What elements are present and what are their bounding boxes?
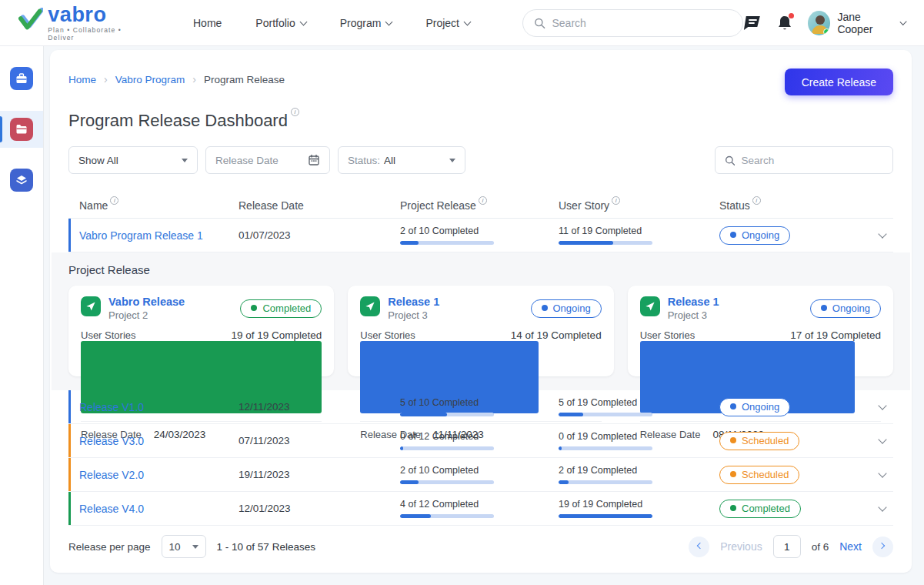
table-footer: Release per page 10 1 - 10 of 57 Release… (68, 526, 893, 567)
status-badge: Completed (240, 299, 322, 318)
release-date-value: 12/11/2023 (239, 401, 400, 413)
main-content: Home › Vabro Program › Program Release C… (45, 46, 924, 585)
release-date-picker[interactable]: Release Date (205, 146, 330, 174)
table-row[interactable]: Vabro Program Release 1 01/07/2023 2 of … (68, 219, 893, 252)
per-page-select[interactable]: 10 (162, 535, 206, 558)
table-row[interactable]: Release V2.0 19/11/2023 2 of 10 Complete… (68, 458, 893, 492)
sidebar-item-program[interactable] (0, 111, 43, 148)
breadcrumb-home[interactable]: Home (68, 74, 96, 85)
progress-bar (559, 241, 652, 245)
user-menu[interactable]: Jane Cooper (808, 11, 906, 35)
status-badge: Scheduled (719, 432, 799, 450)
progress-bar (559, 446, 652, 450)
layers-icon (10, 169, 33, 192)
table-row[interactable]: Release V3.0 07/11/2023 0 of 12 Complete… (68, 424, 893, 458)
release-name-link[interactable]: Release V1.0 (68, 401, 144, 413)
info-icon (752, 196, 761, 205)
info-icon (110, 196, 118, 205)
next-label[interactable]: Next (839, 540, 862, 553)
results-range: 1 - 10 of 57 Releases (217, 541, 315, 553)
user-stories-value: 19 of 19 Completed (231, 329, 322, 341)
progress-bar (400, 413, 494, 416)
chevron-down-icon[interactable] (878, 435, 886, 443)
chevron-down-icon[interactable] (878, 503, 886, 511)
user-story-progress: 0 of 19 Completed (559, 431, 719, 450)
project-release-progress: 4 of 12 Completed (400, 499, 559, 518)
vabro-logo[interactable]: vabro Plan • Collaborate • Deliver (18, 5, 145, 42)
release-name-link[interactable]: Release V4.0 (68, 503, 144, 515)
previous-label[interactable]: Previous (720, 540, 762, 553)
page-title: Program Release Dashboard (68, 111, 893, 131)
release-date-value: 07/11/2023 (239, 435, 400, 446)
user-stories-label: User Stories (360, 329, 415, 341)
status-badge: Ongoing (810, 299, 881, 318)
table-search-input[interactable] (741, 155, 883, 166)
column-user-story: User Story (559, 199, 719, 212)
sidebar (0, 46, 44, 585)
page-number-input[interactable] (773, 535, 801, 558)
send-icon (640, 296, 660, 316)
project-release-progress: 2 of 10 Completed (400, 226, 559, 245)
status-filter-dropdown[interactable]: Status:All (338, 146, 465, 174)
show-all-dropdown[interactable]: Show All (68, 146, 198, 174)
nav-home[interactable]: Home (193, 17, 222, 29)
search-icon (725, 155, 735, 166)
breadcrumb-separator: › (104, 73, 108, 85)
global-search-input[interactable] (552, 17, 732, 29)
progress-bar (400, 241, 494, 245)
project-release-card[interactable]: Release 1 Project 3 Ongoing User Stories… (628, 286, 893, 376)
nav-project[interactable]: Project (425, 17, 470, 29)
progress-bar (400, 514, 494, 518)
project-release-card[interactable]: Release 1 Project 3 Ongoing User Stories… (348, 286, 613, 376)
next-page-button[interactable] (872, 537, 893, 557)
release-name-link[interactable]: Release V2.0 (68, 469, 144, 481)
notification-dot (789, 13, 794, 18)
caret-down-icon (449, 159, 455, 162)
section-title: Project Release (68, 263, 893, 276)
pagination: Previous of 6 Next (689, 535, 893, 558)
card-release-link[interactable]: Release 1 (668, 296, 719, 308)
chevron-down-icon[interactable] (878, 469, 886, 477)
previous-page-button[interactable] (689, 537, 709, 557)
global-search[interactable] (522, 9, 743, 37)
project-release-card[interactable]: Vabro Release Project 2 Completed User S… (68, 286, 334, 376)
card-project-name: Project 3 (388, 309, 439, 321)
release-name-link[interactable]: Vabro Program Release 1 (68, 229, 203, 242)
progress-bar (559, 413, 652, 416)
card-release-link[interactable]: Release 1 (388, 296, 439, 308)
info-icon (479, 196, 487, 205)
chevron-down-icon[interactable] (878, 229, 886, 238)
page-count-label: of 6 (812, 541, 829, 553)
breadcrumb-program[interactable]: Vabro Program (115, 74, 185, 85)
card-release-link[interactable]: Vabro Release (108, 296, 185, 308)
table-header: Name Release Date Project Release User S… (68, 192, 893, 219)
table-row[interactable]: Release V4.0 12/01/2023 4 of 12 Complete… (68, 492, 893, 526)
table-row[interactable]: Release V1.0 12/11/2023 5 of 10 Complete… (68, 390, 893, 424)
notifications-icon[interactable] (777, 15, 792, 32)
sidebar-item-project[interactable] (0, 162, 43, 199)
main-navigation: Home Portfolio Program Project (193, 17, 470, 29)
sidebar-item-portfolio[interactable] (0, 60, 43, 97)
brand-tagline: Plan • Collaborate • Deliver (48, 26, 145, 42)
table-search[interactable] (715, 146, 893, 174)
progress-bar (559, 514, 652, 518)
user-stories-label: User Stories (640, 329, 696, 341)
user-avatar (808, 11, 830, 35)
release-date-value: 12/01/2023 (239, 503, 400, 514)
chevron-down-icon[interactable] (878, 401, 886, 410)
progress-bar (400, 480, 494, 484)
nav-portfolio[interactable]: Portfolio (255, 17, 305, 29)
user-story-progress: 2 of 19 Completed (559, 465, 719, 484)
user-stories-value: 14 of 19 Completed (511, 329, 602, 341)
user-stories-value: 17 of 19 Completed (790, 329, 881, 341)
caret-down-icon (182, 159, 188, 162)
project-release-progress: 0 of 12 Completed (400, 431, 559, 450)
info-icon (612, 196, 620, 205)
user-stories-label: User Stories (81, 329, 136, 341)
chevron-right-icon (879, 542, 885, 548)
release-name-link[interactable]: Release V3.0 (68, 435, 144, 447)
chevron-down-icon (385, 18, 393, 25)
nav-program[interactable]: Program (340, 17, 392, 29)
create-release-button[interactable]: Create Release (785, 69, 893, 95)
messages-icon[interactable] (743, 15, 762, 32)
